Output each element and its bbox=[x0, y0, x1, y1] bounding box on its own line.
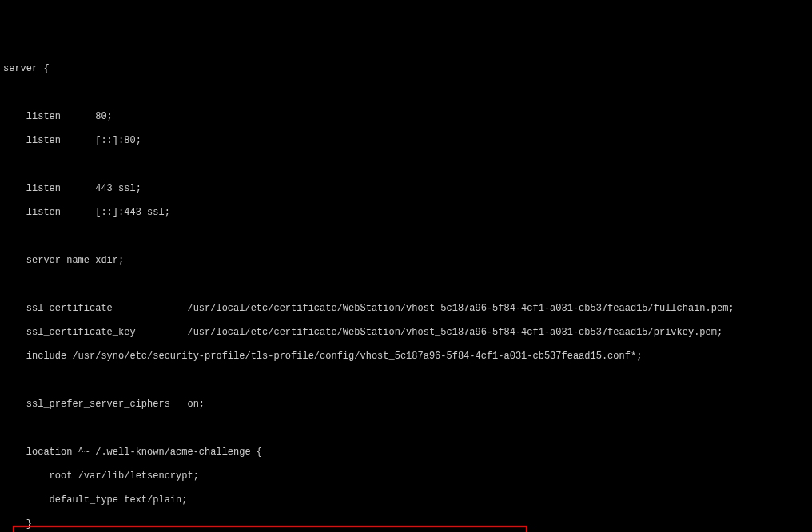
config-line: location ^~ /.well-known/acme-challenge … bbox=[3, 447, 809, 459]
config-line bbox=[3, 279, 809, 291]
config-line: listen 443 ssl; bbox=[3, 183, 809, 195]
config-line: listen [::]:443 ssl; bbox=[3, 207, 809, 219]
config-line: root /var/lib/letsencrypt; bbox=[3, 470, 809, 482]
config-line: } bbox=[3, 518, 809, 530]
terminal-output: server { listen 80; listen [::]:80; list… bbox=[3, 51, 809, 532]
config-line bbox=[3, 87, 809, 99]
config-line: include /usr/syno/etc/security-profile/t… bbox=[3, 351, 809, 363]
config-line: ssl_prefer_server_ciphers on; bbox=[3, 399, 809, 411]
config-line: server { bbox=[3, 63, 809, 75]
config-line bbox=[3, 423, 809, 435]
config-line bbox=[3, 231, 809, 243]
config-line: default_type text/plain; bbox=[3, 494, 809, 506]
config-line bbox=[3, 159, 809, 171]
config-line: ssl_certificate /usr/local/etc/certifica… bbox=[3, 303, 809, 315]
config-line: server_name xdir; bbox=[3, 255, 809, 267]
config-line: listen 80; bbox=[3, 111, 809, 123]
config-line: listen [::]:80; bbox=[3, 135, 809, 147]
config-line: ssl_certificate_key /usr/local/etc/certi… bbox=[3, 327, 809, 339]
config-line bbox=[3, 375, 809, 387]
